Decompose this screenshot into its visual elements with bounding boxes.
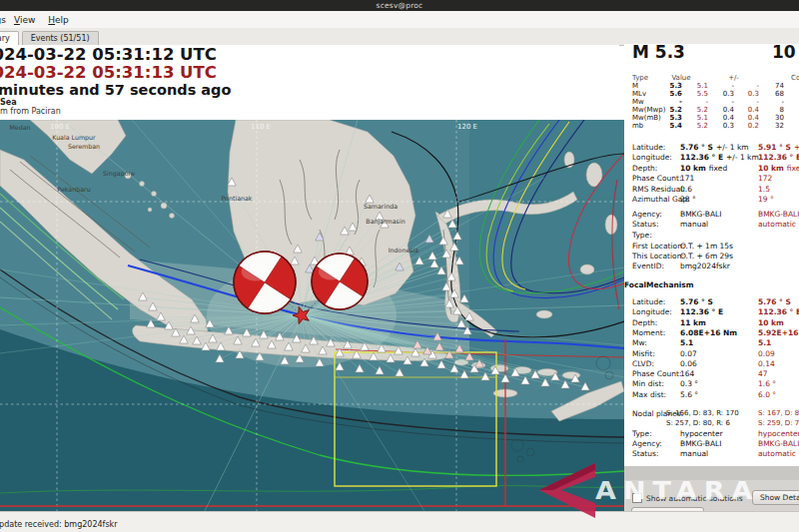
fm-row: Min dist:0.3 °1.6 ° — [624, 379, 799, 388]
automatic-solutions-option[interactable]: Show automatic solutions — [632, 493, 743, 503]
fm-row: Moment:6.08E+16 Nm5.92E+16 Nm — [624, 328, 799, 337]
automatic-solutions-checkbox[interactable] — [632, 493, 642, 503]
fm-row: Longitude:112.36 ° E112.36 ° E — [624, 307, 799, 316]
window-titlebar[interactable]: scesv@proc — [0, 0, 799, 11]
location-meta-row: This Location:O.T. + 6m 29s — [624, 252, 799, 261]
fm-meta-row: Type:hypocenterhypocenter — [624, 429, 799, 438]
focal-mechanism-heading: FocalMechanism — [624, 280, 799, 289]
fm-row: Mw:5.15.1 — [624, 338, 799, 347]
fm-meta-row: Agency:BMKG-BALIBMKG-BALI1 — [624, 439, 799, 448]
magnitude-table-row: mb5.45.20.30.232 — [624, 122, 799, 131]
automatic-solutions-label: Show automatic solutions — [646, 494, 743, 503]
origin-time: 2024-03-22 05:31:12 UTC — [0, 45, 217, 64]
region-name: Sea — [0, 98, 17, 107]
fm-row: Misfit:0.070.09 — [624, 349, 799, 358]
grid-longitude-label: 120 E — [457, 123, 477, 131]
menu-item-help[interactable]: Help — [48, 15, 69, 25]
location-meta-row: First Location:O.T. + 1m 15s — [624, 242, 799, 251]
origin-row: RMS Residual:0.61.5 — [624, 185, 799, 194]
place-label: Indonesia — [389, 247, 419, 254]
origin-row: Depth:10 kmfixed10 kmfixed — [624, 164, 799, 173]
nodal-planes-row: Nodal planes:S: 166, D: 83, R: 170S: 167… — [624, 409, 799, 418]
place-label: Pekanbaru — [57, 186, 90, 193]
origin-row: Longitude:112.36 ° E+/- 1 km112.36 ° E+/… — [624, 153, 799, 162]
show-details-button[interactable]: Show Details — [752, 490, 799, 505]
window-title: scesv@proc — [377, 1, 423, 10]
event-header: 2024-03-22 05:31:12 UTC 2024-03-22 05:31… — [0, 45, 619, 120]
place-label: Seremban — [68, 143, 100, 150]
place-label: Banjarmasin — [366, 218, 404, 226]
grid-longitude-label: 110 E — [251, 123, 271, 131]
tab-events[interactable]: Events (51/51) — [22, 31, 99, 45]
event-parameters-panel: M 5.3 10 km TypeValue+/-CountM5.35.1--74… — [624, 44, 799, 511]
fm-row: Depth:11 km10 km — [624, 318, 799, 327]
fm-row: Max dist:5.6 °6.0 ° — [624, 390, 799, 399]
place-label: Samarinda — [364, 203, 398, 210]
fm-row: Phase Count:16447 — [624, 369, 799, 378]
station-map[interactable]: 100 E110 E120 EMedanKuala LumpurSeremban… — [0, 120, 624, 511]
origin-meta-row: Status:manualautomatic — [624, 220, 799, 229]
focal-mechanism-beachball — [234, 252, 296, 313]
place-label: Kuala Lumpur — [52, 134, 96, 142]
origin-row: Latitude:5.76 ° S+/- 1 km5.91 ° S+/- — [624, 143, 799, 152]
distance-from-city: m from Paciran — [0, 107, 61, 116]
menu-item-view[interactable]: View — [14, 15, 35, 25]
menu-bar: Settings View Help — [0, 11, 799, 29]
this-solution-row — [624, 466, 799, 480]
location-meta-row: EventID:bmg2024fskr — [624, 262, 799, 270]
origin-row: Azimuthal Gap:28 °19 ° — [624, 195, 799, 204]
focal-mechanism-beachball — [312, 254, 368, 309]
menu-item-settings[interactable]: Settings — [0, 15, 6, 25]
place-label: Medan — [9, 124, 30, 131]
depth-value: 10 km — [772, 44, 799, 62]
origin-time-automatic: 2024-03-22 05:31:13 UTC — [0, 63, 217, 82]
nodal-planes-row: S: 257, D: 80, R: 6S: 259, D: 73, R: — [624, 419, 799, 428]
fm-row: Latitude:5.76 ° S5.76 ° S — [624, 297, 799, 306]
panel-bottom-bar: Show automatic solutions Show Details Se… — [624, 480, 799, 511]
magnitude-value: M 5.3 — [632, 44, 685, 62]
fm-meta-row: Status:manualautomatic — [624, 449, 799, 458]
status-bar: update received: bmg2024fskr — [0, 511, 799, 532]
place-label: Singapore — [103, 170, 135, 178]
fm-row: CLVD:0.060.14 — [624, 359, 799, 368]
origin-row: Phase Count:171172 — [624, 174, 799, 183]
tab-summary[interactable]: Summary — [0, 31, 19, 45]
origin-meta-row: Agency:BMKG-BALIBMKG-BALI1 — [624, 210, 799, 219]
status-text: update received: bmg2024fskr — [0, 520, 118, 529]
grid-longitude-label: 100 E — [50, 123, 70, 131]
origin-meta-row: Type: — [624, 231, 799, 240]
elapsed-time: minutes and 57 seconds ago — [0, 82, 231, 98]
place-label: Pontianak — [222, 195, 253, 202]
